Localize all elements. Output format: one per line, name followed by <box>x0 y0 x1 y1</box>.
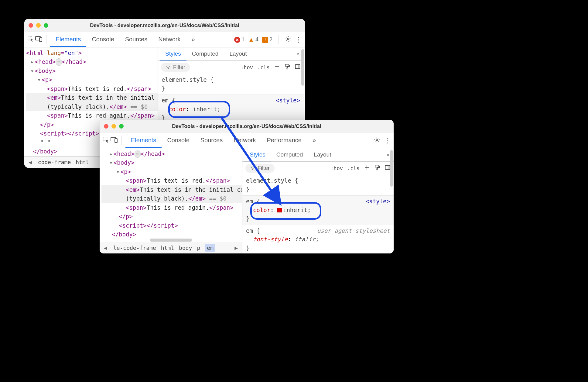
rule-element-style[interactable]: element.style { } <box>158 74 304 95</box>
breadcrumb-next-icon[interactable]: ▶ <box>233 245 239 251</box>
kebab-icon[interactable]: ⋮ <box>295 36 302 44</box>
new-rule-icon[interactable] <box>364 164 370 172</box>
main-tabs: Elements Console Sources Network Perform… <box>125 133 321 148</box>
window-title: DevTools - developer.mozilla.org/en-US/d… <box>100 123 394 129</box>
warning-badge[interactable]: ▲4 <box>248 36 258 43</box>
crumb[interactable]: p <box>197 245 200 251</box>
svg-rect-11 <box>375 165 379 167</box>
tab-elements[interactable]: Elements <box>50 32 86 47</box>
color-swatch-icon[interactable] <box>277 208 282 212</box>
traffic-lights[interactable] <box>29 23 48 28</box>
svg-rect-5 <box>287 68 288 69</box>
device-toggle-icon[interactable] <box>35 36 43 43</box>
subtab-layout[interactable]: Layout <box>224 47 252 60</box>
panel-toggle-icon[interactable] <box>385 164 391 172</box>
styles-body[interactable]: element.style { } <style> em { color: in… <box>242 175 394 253</box>
styles-filter-row: Filter :hov .cls <box>242 162 394 175</box>
breadcrumb[interactable]: ◀ le-code-frame html body p em ▶ <box>100 242 242 253</box>
subtab-layout[interactable]: Layout <box>308 148 337 161</box>
tab-network[interactable]: Network <box>228 133 261 148</box>
rule-source-link[interactable]: <style> <box>276 96 300 105</box>
filter-input[interactable]: Filter <box>161 63 190 72</box>
titlebar: DevTools - developer.mozilla.org/en-US/d… <box>24 19 305 32</box>
svg-rect-6 <box>296 64 300 68</box>
close-icon[interactable] <box>104 124 108 129</box>
tab-sources[interactable]: Sources <box>195 133 228 148</box>
gear-icon[interactable] <box>285 36 292 44</box>
subtab-computed[interactable]: Computed <box>186 47 224 60</box>
paint-icon[interactable] <box>284 64 290 71</box>
cls-toggle[interactable]: .cls <box>347 165 360 171</box>
filter-input[interactable]: Filter <box>245 164 275 173</box>
subtab-styles[interactable]: Styles <box>160 47 186 60</box>
maximize-icon[interactable] <box>44 23 48 28</box>
svg-rect-2 <box>39 38 42 42</box>
inspect-icon[interactable] <box>27 36 34 44</box>
hov-toggle[interactable]: :hov <box>241 64 253 71</box>
scrollbar[interactable] <box>390 150 393 187</box>
traffic-lights[interactable] <box>104 124 124 129</box>
tab-network[interactable]: Network <box>153 32 186 47</box>
subtab-styles[interactable]: Styles <box>244 148 271 161</box>
breadcrumb-prev-icon[interactable]: ◀ <box>103 245 108 251</box>
styles-sub-tabs: Styles Computed Layout » <box>158 47 304 61</box>
dom-tree[interactable]: ▸<head>⋯</head> ▾<body> ▾<p> <span>This … <box>100 148 242 238</box>
kebab-icon[interactable]: ⋮ <box>384 137 391 145</box>
paint-icon[interactable] <box>374 164 380 172</box>
filter-icon <box>166 65 171 70</box>
styles-filter-row: Filter :hov .cls <box>158 61 304 74</box>
subtab-computed[interactable]: Computed <box>271 148 309 161</box>
subtabs-overflow-icon[interactable]: » <box>294 51 302 57</box>
devtools-window-2: DevTools - developer.mozilla.org/en-US/d… <box>100 120 394 253</box>
cls-toggle[interactable]: .cls <box>257 64 270 71</box>
gear-icon[interactable] <box>374 136 380 145</box>
crumb[interactable]: body <box>179 245 192 251</box>
new-rule-icon[interactable] <box>274 64 280 71</box>
tab-elements[interactable]: Elements <box>125 133 162 148</box>
crumb-selected[interactable]: em <box>205 244 215 252</box>
tab-console[interactable]: Console <box>86 32 119 47</box>
crumb[interactable]: code-frame <box>38 159 71 165</box>
titlebar: DevTools - developer.mozilla.org/en-US/d… <box>100 120 394 133</box>
svg-point-10 <box>376 139 378 141</box>
minimize-icon[interactable] <box>36 23 41 28</box>
styles-sub-tabs: Styles Computed Layout » <box>242 148 394 162</box>
minimize-icon[interactable] <box>111 124 116 129</box>
window-title: DevTools - developer.mozilla.org/en-US/d… <box>24 22 305 29</box>
rule-em[interactable]: <style> em { color: inherit; } <box>242 196 394 225</box>
error-badge[interactable]: ✕1 <box>234 36 244 43</box>
rule-ua-em[interactable]: user agent stylesheet em { font-style: i… <box>242 225 394 254</box>
rule-element-style[interactable]: element.style { } <box>242 175 394 196</box>
maximize-icon[interactable] <box>119 124 124 129</box>
device-toggle-icon[interactable] <box>111 137 118 144</box>
main-toolbar: Elements Console Sources Network Perform… <box>100 133 394 148</box>
crumb[interactable]: html <box>161 245 174 251</box>
h-scrollbar[interactable] <box>100 238 242 242</box>
tab-performance[interactable]: Performance <box>262 133 307 148</box>
breadcrumb-prev-icon[interactable]: ◀ <box>27 159 33 165</box>
close-icon[interactable] <box>29 23 33 28</box>
hov-toggle[interactable]: :hov <box>330 165 343 171</box>
filter-icon <box>250 166 255 171</box>
tabs-overflow-icon[interactable]: » <box>307 133 321 148</box>
svg-rect-4 <box>285 64 289 67</box>
tabs-overflow-icon[interactable]: » <box>186 32 200 47</box>
crumb[interactable]: le-code-frame <box>113 245 156 251</box>
main-toolbar: Elements Console Sources Network » ✕1 ▲4… <box>24 32 305 47</box>
svg-rect-12 <box>377 169 378 170</box>
panel-toggle-icon[interactable] <box>295 64 301 71</box>
scrollbar[interactable] <box>301 49 304 86</box>
inspect-icon[interactable] <box>103 136 109 145</box>
main-tabs: Elements Console Sources Network » <box>50 32 200 47</box>
tab-sources[interactable]: Sources <box>120 32 153 47</box>
svg-point-3 <box>287 38 289 40</box>
rule-source-link[interactable]: <style> <box>366 197 390 206</box>
ua-source: user agent stylesheet <box>317 226 390 235</box>
crumb[interactable]: html <box>76 159 89 165</box>
svg-rect-13 <box>385 165 390 169</box>
svg-rect-9 <box>115 139 117 143</box>
tab-console[interactable]: Console <box>162 133 195 148</box>
issues-badge[interactable]: !2 <box>262 36 272 43</box>
